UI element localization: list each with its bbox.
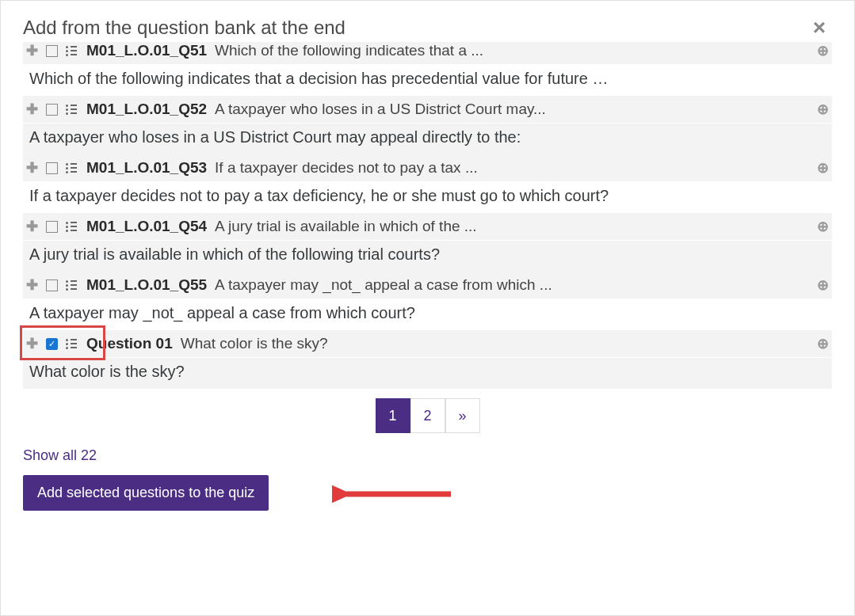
question-id: M01_L.O.01_Q54 — [86, 218, 207, 235]
preview-icon[interactable]: ⊕ — [817, 159, 829, 177]
preview-icon[interactable]: ⊕ — [817, 101, 829, 118]
question-id: M01_L.O.01_Q52 — [86, 101, 207, 118]
select-checkbox[interactable] — [46, 162, 58, 174]
preview-icon[interactable]: ⊕ — [817, 276, 829, 294]
question-type-icon — [66, 222, 77, 232]
question-row: ✚ M01_L.O.01_Q51 Which of the following … — [23, 42, 832, 65]
page-button-1[interactable]: 1 — [376, 398, 410, 433]
select-checkbox[interactable] — [46, 104, 58, 116]
question-type-icon — [66, 280, 77, 291]
question-full-text: Which of the following indicates that a … — [23, 65, 832, 96]
add-icon[interactable]: ✚ — [26, 335, 38, 352]
question-row: ✚ ✓ Question 01 What color is the sky? ⊕ — [23, 330, 832, 358]
preview-icon[interactable]: ⊕ — [817, 218, 829, 235]
question-short: A taxpayer who loses in a US District Co… — [215, 101, 811, 118]
show-all-link[interactable]: Show all 22 — [23, 447, 97, 464]
question-type-icon — [66, 105, 77, 115]
preview-icon[interactable]: ⊕ — [817, 42, 829, 59]
question-type-icon — [66, 46, 77, 56]
add-icon[interactable]: ✚ — [26, 101, 38, 118]
question-short: What color is the sky? — [181, 335, 811, 352]
add-icon[interactable]: ✚ — [26, 159, 38, 177]
question-id: M01_L.O.01_Q51 — [86, 42, 207, 59]
add-icon[interactable]: ✚ — [26, 218, 38, 235]
modal-header: Add from the question bank at the end × — [1, 1, 854, 47]
add-icon[interactable]: ✚ — [26, 276, 38, 294]
question-row: ✚ M01_L.O.01_Q53 If a taxpayer decides n… — [23, 154, 832, 182]
question-id: M01_L.O.01_Q55 — [86, 276, 207, 294]
page-button-next[interactable]: » — [445, 398, 480, 433]
pagination: 1 2 » — [23, 398, 832, 433]
close-button[interactable]: × — [807, 17, 832, 39]
question-row: ✚ M01_L.O.01_Q54 A jury trial is availab… — [23, 213, 832, 241]
annotation-arrow — [332, 478, 459, 510]
question-full-text: If a taxpayer decides not to pay a tax d… — [23, 182, 832, 213]
question-short: A taxpayer may _not_ appeal a case from … — [215, 276, 811, 294]
modal-title: Add from the question bank at the end — [23, 17, 345, 39]
question-full-text: A taxpayer who loses in a US District Co… — [23, 124, 832, 154]
question-short: If a taxpayer decides not to pay a tax .… — [215, 159, 811, 177]
question-bank-modal: Add from the question bank at the end × … — [0, 0, 855, 616]
select-checkbox[interactable] — [46, 45, 58, 57]
question-short: Which of the following indicates that a … — [215, 42, 811, 59]
select-checkbox[interactable]: ✓ — [46, 338, 58, 350]
add-icon[interactable]: ✚ — [26, 42, 38, 59]
page-button-2[interactable]: 2 — [410, 398, 445, 433]
question-full-text: A taxpayer may _not_ appeal a case from … — [23, 299, 832, 330]
question-full-text: A jury trial is available in which of th… — [23, 241, 832, 272]
select-checkbox[interactable] — [46, 279, 58, 291]
question-row: ✚ M01_L.O.01_Q55 A taxpayer may _not_ ap… — [23, 272, 832, 299]
preview-icon[interactable]: ⊕ — [817, 335, 829, 352]
question-id: Question 01 — [86, 335, 173, 352]
question-type-icon — [66, 163, 77, 173]
question-full-text: What color is the sky? — [23, 358, 832, 389]
add-selected-button[interactable]: Add selected questions to the quiz — [23, 475, 269, 511]
modal-content: ✚ M01_L.O.01_Q51 Which of the following … — [1, 42, 854, 527]
question-row: ✚ M01_L.O.01_Q52 A taxpayer who loses in… — [23, 96, 832, 124]
question-type-icon — [66, 339, 77, 349]
question-id: M01_L.O.01_Q53 — [86, 159, 207, 177]
question-short: A jury trial is available in which of th… — [215, 218, 811, 235]
select-checkbox[interactable] — [46, 221, 58, 233]
